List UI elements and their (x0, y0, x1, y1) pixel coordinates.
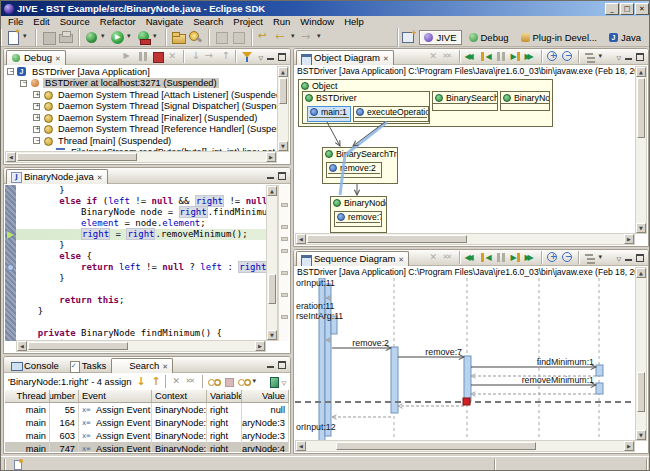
object-horizontal-scrollbar[interactable]: ◀ ▶ (295, 233, 635, 245)
debug-horizontal-scrollbar[interactable]: ◀ ▶ (5, 151, 277, 163)
menu-item-run[interactable]: Run (268, 16, 295, 28)
step-over-icon[interactable] (203, 50, 216, 63)
code-line[interactable]: private BinaryNode findMinimum() { (16, 328, 266, 339)
menu-item-navigate[interactable]: Navigate (141, 16, 189, 28)
minimize-view-icon[interactable] (266, 360, 275, 369)
annotation-mark[interactable] (281, 293, 288, 297)
column-header-thread[interactable]: Thread (5, 390, 50, 403)
debug-icon[interactable] (84, 30, 99, 45)
expander-icon[interactable] (7, 68, 14, 75)
diagram-method-box[interactable]: remove:7 (334, 211, 382, 227)
code-line[interactable]: } (16, 185, 266, 196)
step-into-icon[interactable] (188, 50, 201, 63)
code-line[interactable]: else if (left != null && right != null) … (16, 196, 266, 207)
tree-row[interactable]: Thread [main] (Suspended) (5, 135, 277, 147)
resume-icon[interactable] (121, 50, 134, 63)
zoomout-icon[interactable] (561, 251, 574, 264)
view-menu-icon[interactable] (281, 376, 286, 387)
object-diagram-canvas[interactable]: ObjectBSTDriverBinarySearchTreeBinaryNod… (295, 77, 635, 234)
title-bar[interactable]: JIVE - BST Example/src/BinaryNode.java -… (1, 1, 650, 16)
cancel-icon[interactable] (222, 375, 235, 388)
clear-icon[interactable] (427, 251, 440, 264)
expander-icon[interactable] (20, 80, 27, 87)
run-last-icon[interactable] (136, 30, 151, 45)
expander-icon[interactable] (33, 91, 40, 98)
sequence-horizontal-scrollbar[interactable]: ◀ ▶ (295, 440, 635, 452)
dd-icon[interactable] (153, 30, 160, 45)
run-icon[interactable] (110, 30, 125, 45)
close-icon[interactable] (383, 52, 389, 63)
tree-row[interactable]: BSTDriver at localhost:3271 (Suspended) (5, 78, 277, 90)
sequence-vertical-scrollbar[interactable]: ▲ ▼ (635, 267, 647, 441)
column-header-context[interactable]: Context (152, 390, 207, 403)
dd-icon[interactable] (127, 30, 134, 45)
table-row[interactable]: main164Assign EventBinaryNode:1rightBina… (5, 416, 289, 429)
maximize-view-icon[interactable] (636, 53, 644, 61)
last-edit-icon[interactable] (257, 30, 272, 45)
menu-item-project[interactable]: Project (228, 16, 268, 28)
code-line[interactable] (16, 284, 266, 295)
tree-row[interactable]: BSTDriver [Java Application] (5, 66, 277, 78)
message-label[interactable]: removeMinimum:1 (522, 375, 594, 385)
tab-search[interactable]: Search (111, 358, 173, 373)
dd-icon[interactable] (252, 375, 265, 388)
table-row[interactable]: main55Assign EventBinaryNode:1rightnull (5, 403, 289, 416)
code-line[interactable]: return left != null ? left : right; (16, 262, 266, 273)
glasses-icon[interactable] (207, 375, 220, 388)
annotation-mark[interactable] (281, 315, 288, 319)
clear-all-icon[interactable] (442, 50, 455, 63)
zoomin-icon[interactable] (546, 50, 559, 63)
editor-horizontal-scrollbar[interactable]: ◀ ▶ (16, 340, 266, 352)
minimize-view-icon[interactable] (266, 52, 275, 61)
column-header-value[interactable]: Value (242, 390, 289, 403)
object-vertical-scrollbar[interactable]: ▲ ▼ (635, 66, 647, 234)
close-icon[interactable] (97, 171, 103, 182)
activation-bar[interactable] (391, 347, 398, 413)
diagram-method-box[interactable]: remove:2 (326, 162, 382, 178)
lifeline-label[interactable]: eration:11 (296, 301, 335, 311)
annotation-mark[interactable] (281, 271, 288, 275)
tab-binarynode-java[interactable]: BinaryNode.java (6, 169, 108, 184)
dd-icon[interactable] (598, 251, 611, 264)
diagram-method-box[interactable]: main:1 (307, 106, 351, 122)
step-fwd-icon[interactable] (509, 50, 522, 63)
dd-icon[interactable] (23, 30, 30, 45)
sequence-diagram-canvas[interactable]: remove:2remove:7findMinimum:1removeMinim… (295, 278, 635, 441)
ffwd-icon[interactable] (524, 251, 537, 264)
activation-bar[interactable] (464, 356, 471, 401)
pause-icon[interactable] (136, 50, 149, 63)
remove-all-icon[interactable] (185, 375, 198, 388)
filter-icon[interactable] (240, 50, 253, 63)
perspective-button-jive[interactable]: JIVE (419, 30, 461, 45)
annotation-mark[interactable] (281, 237, 288, 241)
column-header-variable[interactable]: Variable (207, 390, 242, 403)
tab-debug[interactable]: Debug (6, 50, 66, 65)
code-line[interactable]: } (16, 240, 266, 251)
save-icon[interactable] (41, 30, 56, 45)
step-fwd-icon[interactable] (509, 251, 522, 264)
menu-item-source[interactable]: Source (55, 16, 95, 28)
tab-object-diagram[interactable]: Object Diagram (296, 50, 394, 65)
close-window-button[interactable]: ✕ (635, 3, 649, 15)
debug-vertical-scrollbar[interactable]: ▲ ▼ (277, 66, 289, 152)
forward-icon[interactable] (300, 30, 315, 45)
annot-icon[interactable] (231, 30, 246, 45)
menu-item-help[interactable]: Help (339, 16, 369, 28)
clear-icon[interactable] (427, 50, 440, 63)
annotation-mark[interactable] (281, 203, 288, 207)
lifeline-label[interactable]: orInput:11 (296, 278, 335, 288)
tree-row[interactable]: Daemon System Thread [Attach Listener] (… (5, 89, 277, 101)
perspective-button-java[interactable]: Java (604, 30, 646, 45)
maximize-view-icon[interactable] (278, 361, 286, 369)
expander-icon[interactable] (33, 137, 40, 144)
menu-item-window[interactable]: Window (295, 16, 339, 28)
outline-icon[interactable] (583, 251, 596, 264)
editor-gutter[interactable] (5, 185, 16, 341)
rewind-icon[interactable] (464, 251, 477, 264)
activation-bar[interactable] (319, 278, 325, 441)
flashlight-icon[interactable] (188, 30, 203, 45)
menu-item-search[interactable]: Search (188, 16, 228, 28)
dd-icon[interactable] (317, 30, 324, 45)
view-menu-icon[interactable] (616, 252, 621, 263)
zoomout-icon[interactable] (561, 50, 574, 63)
